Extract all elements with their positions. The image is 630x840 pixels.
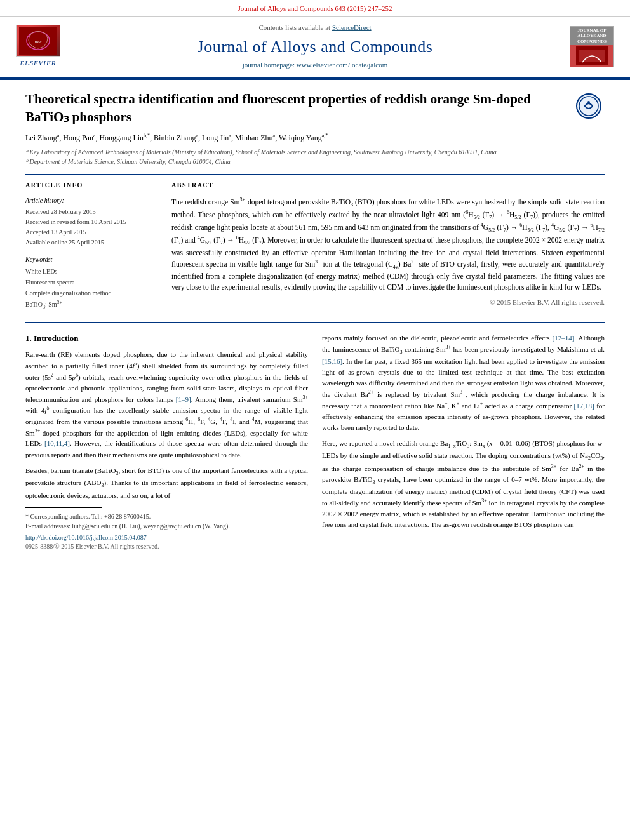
logo-box-bottom-text xyxy=(570,45,613,67)
intro-para-4: Here, we reported a novel reddish orange… xyxy=(322,438,605,530)
history-label: Article history: xyxy=(25,196,159,205)
journal-logo-right: JOURNAL OFALLOYS ANDCOMPOUNDS xyxy=(566,26,617,67)
accepted-date: Accepted 13 April 2015 xyxy=(25,227,159,237)
authors-line: Lei Zhanga, Hong Pana, Honggang Liub,*, … xyxy=(25,132,605,143)
body-divider xyxy=(25,322,605,323)
article-title-text: Theoretical spectra identification and f… xyxy=(25,91,531,124)
body-content: 1. Introduction Rare-earth (RE) elements… xyxy=(25,333,605,551)
article-wrapper: Theoretical spectra identification and f… xyxy=(0,90,630,564)
crossmark-badge xyxy=(573,90,605,122)
intro-para-1: Rare-earth (RE) elements doped phosphors… xyxy=(25,349,308,460)
svg-point-6 xyxy=(587,101,590,103)
abstract-label: ABSTRACT xyxy=(171,181,605,192)
abstract-text: The reddish orange Sm3+-doped tetragonal… xyxy=(171,196,605,293)
footnote-divider xyxy=(25,507,102,508)
intro-para-3: reports mainly focused on the dielectric… xyxy=(322,333,605,433)
journal-logo-box: JOURNAL OFALLOYS ANDCOMPOUNDS xyxy=(570,26,614,67)
journal-header: tree ELSEVIER Contents lists available a… xyxy=(0,17,630,77)
svg-point-5 xyxy=(579,97,598,116)
journal-title: Journal of Alloys and Compounds xyxy=(74,36,556,58)
keyword-1: White LEDs xyxy=(25,266,159,277)
article-history: Article history: Received 28 February 20… xyxy=(25,196,159,248)
corresponding-author-note: * Corresponding authors. Tel.: +86 28 87… xyxy=(25,512,308,521)
svg-text:tree: tree xyxy=(35,39,42,44)
journal-citation: Journal of Alloys and Compounds 643 (201… xyxy=(238,4,392,12)
logo-box-top-text: JOURNAL OFALLOYS ANDCOMPOUNDS xyxy=(570,27,613,45)
revised-date: Received in revised form 10 April 2015 xyxy=(25,217,159,227)
body-col-right: reports mainly focused on the dielectric… xyxy=(322,333,605,551)
journal-homepage: journal homepage: www.elsevier.com/locat… xyxy=(74,60,556,70)
article-divider-1 xyxy=(25,174,605,175)
doi-link[interactable]: http://dx.doi.org/10.1016/j.jallcom.2015… xyxy=(25,533,308,542)
elsevier-logo-left: tree ELSEVIER xyxy=(13,25,64,68)
article-info-label: ARTICLE INFO xyxy=(25,181,159,192)
journal-header-center: Contents lists available at ScienceDirec… xyxy=(74,23,556,70)
sciencedirect-line: Contents lists available at ScienceDirec… xyxy=(74,23,556,32)
issn-line: 0925-8388/© 2015 Elsevier B.V. All right… xyxy=(25,542,308,551)
keyword-2: Fluorescent spectra xyxy=(25,277,159,288)
keyword-4: BaTiO3: Sm3+ xyxy=(25,298,159,312)
abstract-col: ABSTRACT The reddish orange Sm3+-doped t… xyxy=(171,181,605,312)
affiliation-a: ᵃ Key Laboratory of Advanced Technologie… xyxy=(25,147,605,157)
keywords-section: Keywords: White LEDs Fluorescent spectra… xyxy=(25,255,159,312)
copyright-notice: © 2015 Elsevier B.V. All rights reserved… xyxy=(171,298,605,307)
keywords-label: Keywords: xyxy=(25,255,159,264)
article-info-col: ARTICLE INFO Article history: Received 2… xyxy=(25,181,159,312)
sciencedirect-link[interactable]: ScienceDirect xyxy=(332,23,372,31)
body-col-left: 1. Introduction Rare-earth (RE) elements… xyxy=(25,333,308,551)
received-date: Received 28 February 2015 xyxy=(25,207,159,217)
header-divider xyxy=(0,78,630,80)
intro-heading: 1. Introduction xyxy=(25,333,308,344)
affiliations: ᵃ Key Laboratory of Advanced Technologie… xyxy=(25,147,605,166)
email-note: E-mail addresses: liuhg@scu.edu.cn (H. L… xyxy=(25,521,308,531)
article-title: Theoretical spectra identification and f… xyxy=(25,90,605,126)
affiliation-b: ᵇ Department of Materials Science, Sichu… xyxy=(25,157,605,166)
elsevier-logo-image: tree xyxy=(16,25,60,57)
elsevier-brand-text: ELSEVIER xyxy=(20,58,57,68)
article-info-abstract: ARTICLE INFO Article history: Received 2… xyxy=(25,181,605,312)
crossmark-icon xyxy=(576,93,601,119)
keyword-3: Complete diagonalization method xyxy=(25,288,159,298)
journal-citation-bar: Journal of Alloys and Compounds 643 (201… xyxy=(0,0,630,17)
online-date: Available online 25 April 2015 xyxy=(25,237,159,248)
intro-para-2: Besides, barium titanate (BaTiO3, short … xyxy=(25,465,308,501)
